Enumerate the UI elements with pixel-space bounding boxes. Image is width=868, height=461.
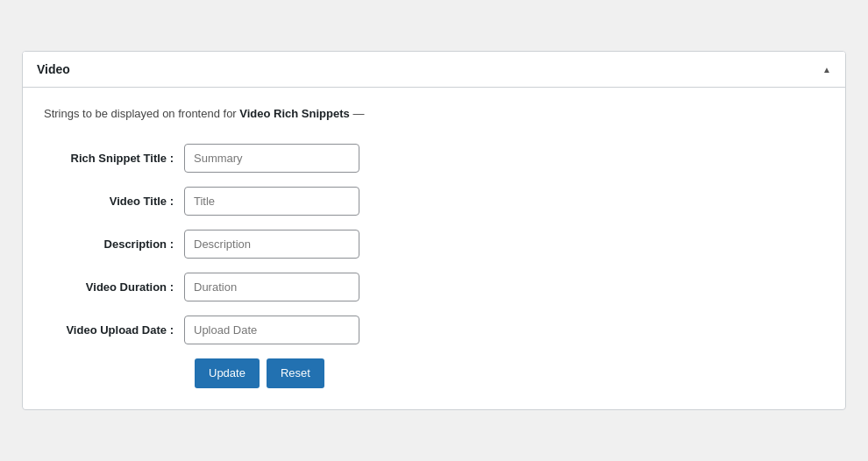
input-video-duration[interactable] [184,273,359,301]
panel-body: Strings to be displayed on frontend for … [23,88,845,409]
label-video-upload-date: Video Upload Date : [44,323,184,337]
form-row-video-title: Video Title : [44,187,824,216]
form-row-video-duration: Video Duration : [44,273,824,301]
label-description: Description : [44,238,184,251]
description-suffix: — [350,107,365,120]
form-fields: Rich Snippet Title :Video Title :Descrip… [44,144,824,344]
reset-button[interactable]: Reset [267,358,324,388]
button-row: Update Reset [44,358,824,388]
label-video-title: Video Title : [44,195,184,208]
collapse-icon[interactable]: ▲ [822,65,831,74]
label-rich-snippet-title: Rich Snippet Title : [44,152,184,165]
video-panel: Video ▲ Strings to be displayed on front… [22,51,846,410]
input-description[interactable] [184,230,359,259]
input-video-title[interactable] [184,187,359,216]
description-prefix: Strings to be displayed on frontend for [44,107,239,120]
panel-header: Video ▲ [23,52,845,88]
label-video-duration: Video Duration : [44,280,184,294]
form-row-rich-snippet-title: Rich Snippet Title : [44,144,824,173]
description-text: Strings to be displayed on frontend for … [44,105,824,123]
description-highlight: Video Rich Snippets [239,107,349,120]
form-row-description: Description : [44,230,824,259]
panel-title: Video [37,62,70,76]
input-video-upload-date[interactable] [184,316,359,344]
form-row-video-upload-date: Video Upload Date : [44,316,824,344]
input-rich-snippet-title[interactable] [184,144,359,173]
update-button[interactable]: Update [195,358,260,388]
